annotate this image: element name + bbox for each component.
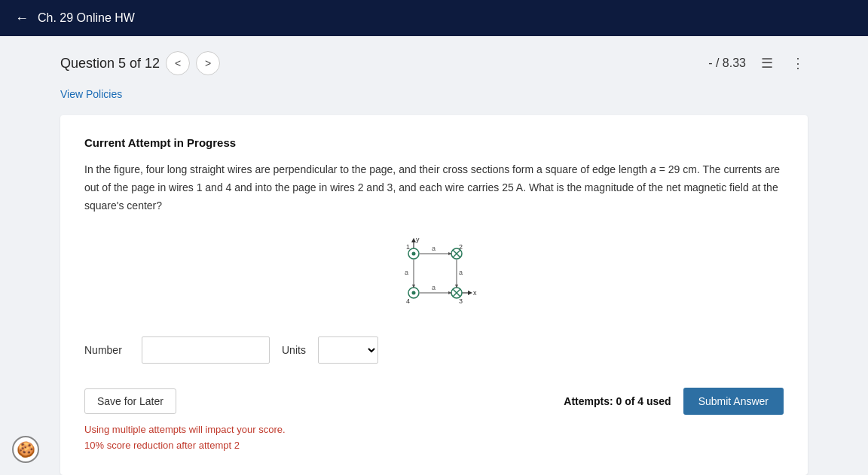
- svg-text:3: 3: [459, 297, 463, 305]
- next-question-button[interactable]: >: [196, 51, 220, 75]
- save-later-button[interactable]: Save for Later: [84, 388, 176, 414]
- top-bar: ← Ch. 29 Online HW: [0, 0, 868, 36]
- svg-text:a: a: [432, 245, 436, 252]
- cookie-icon-button[interactable]: 🍪: [12, 436, 39, 463]
- attempt-label: Current Attempt in Progress: [84, 136, 784, 149]
- warning-text: Using multiple attempts will impact your…: [84, 422, 784, 454]
- more-options-button[interactable]: ⋮: [788, 52, 808, 75]
- svg-text:x: x: [473, 289, 477, 297]
- list-icon-button[interactable]: ☰: [758, 52, 776, 75]
- svg-text:2: 2: [459, 243, 463, 251]
- number-label: Number: [84, 344, 130, 356]
- physics-diagram: y x 1 2 4: [385, 233, 483, 315]
- svg-text:y: y: [416, 236, 420, 243]
- question-text: In the figure, four long straight wires …: [84, 161, 784, 215]
- question-label: Question 5 of 12: [60, 56, 160, 72]
- question-card: Current Attempt in Progress In the figur…: [60, 115, 808, 475]
- svg-text:1: 1: [406, 243, 410, 251]
- svg-text:a: a: [405, 269, 408, 276]
- back-button[interactable]: ←: [15, 11, 29, 26]
- bottom-right: Attempts: 0 of 4 used Submit Answer: [564, 388, 784, 415]
- prev-question-button[interactable]: <: [166, 51, 190, 75]
- svg-point-14: [412, 291, 416, 295]
- warning-line1: Using multiple attempts will impact your…: [84, 422, 784, 438]
- svg-text:4: 4: [406, 297, 410, 305]
- question-nav: Question 5 of 12 < >: [60, 51, 220, 75]
- header-right: - / 8.33 ☰ ⋮: [708, 52, 808, 75]
- units-select[interactable]: T mT μT nT: [318, 336, 378, 364]
- page-title: Ch. 29 Online HW: [38, 11, 135, 25]
- warning-line2: 10% score reduction after attempt 2: [84, 438, 784, 454]
- units-label: Units: [282, 344, 306, 356]
- number-input[interactable]: [142, 336, 270, 364]
- question-header: Question 5 of 12 < > - / 8.33 ☰ ⋮: [60, 51, 808, 75]
- main-content: Question 5 of 12 < > - / 8.33 ☰ ⋮ View P…: [0, 36, 868, 475]
- svg-text:a: a: [459, 269, 463, 276]
- view-policies-link[interactable]: View Policies: [60, 88, 122, 100]
- svg-text:a: a: [432, 284, 436, 291]
- svg-point-7: [412, 252, 416, 256]
- answer-row: Number Units T mT μT nT: [84, 336, 784, 364]
- submit-answer-button[interactable]: Submit Answer: [683, 388, 784, 415]
- svg-marker-4: [468, 291, 472, 295]
- bottom-row: Save for Later Attempts: 0 of 4 used Sub…: [84, 388, 784, 415]
- figure-area: y x 1 2 4: [84, 233, 784, 315]
- attempts-text: Attempts: 0 of 4 used: [564, 395, 671, 407]
- score-display: - / 8.33: [708, 56, 746, 70]
